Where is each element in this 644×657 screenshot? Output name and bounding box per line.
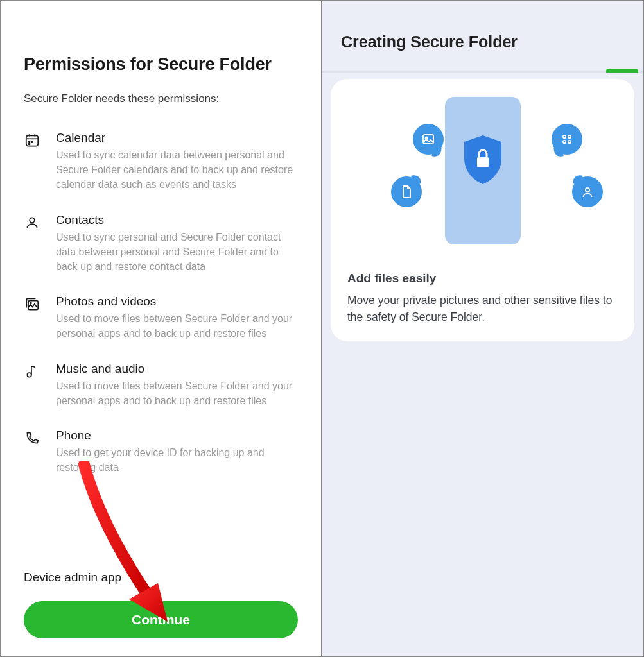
secure-folder-illustration	[345, 97, 620, 262]
permission-title: Contacts	[56, 213, 298, 227]
permission-desc: Used to get your device ID for backing u…	[56, 445, 298, 475]
svg-point-16	[568, 135, 571, 138]
user-bubble-icon	[572, 176, 603, 207]
creating-screen: Creating Secure Folder	[322, 1, 643, 656]
svg-point-18	[568, 141, 571, 143]
calendar-icon	[24, 131, 42, 151]
svg-point-9	[30, 302, 31, 303]
permission-title: Phone	[56, 429, 298, 443]
svg-point-6	[29, 143, 30, 144]
permission-calendar: Calendar Used to sync calendar data betw…	[24, 131, 298, 192]
svg-point-5	[31, 141, 33, 142]
permission-title: Music and audio	[56, 362, 298, 376]
image-bubble-icon	[413, 124, 444, 155]
permission-photos: Photos and videos Used to move files bet…	[24, 294, 298, 341]
permission-desc: Used to move files between Secure Folder…	[56, 311, 298, 341]
permissions-screen: Permissions for Secure Folder Secure Fol…	[1, 1, 322, 656]
svg-point-4	[29, 141, 30, 142]
permission-contacts: Contacts Used to sync personal and Secur…	[24, 213, 298, 275]
card-desc: Move your private pictures and other sen…	[347, 292, 618, 326]
section-device-admin: Device admin app	[24, 570, 298, 584]
apps-bubble-icon	[552, 124, 582, 155]
music-icon	[24, 362, 42, 382]
page-title: Permissions for Secure Folder	[24, 55, 298, 74]
svg-rect-13	[423, 135, 433, 144]
permission-title: Photos and videos	[56, 294, 298, 309]
page-title: Creating Secure Folder	[341, 33, 624, 51]
info-card: Add files easily Move your private pictu…	[331, 79, 634, 341]
svg-point-15	[563, 135, 566, 138]
svg-rect-12	[477, 157, 489, 167]
file-bubble-icon	[391, 176, 422, 207]
phone-icon	[24, 429, 42, 449]
contacts-icon	[24, 213, 42, 234]
permission-phone: Phone Used to get your device ID for bac…	[24, 429, 298, 475]
permission-title: Calendar	[56, 131, 298, 145]
permission-desc: Used to sync personal and Secure Folder …	[56, 230, 298, 275]
card-title: Add files easily	[347, 271, 620, 286]
intro-text: Secure Folder needs these permissions:	[24, 92, 298, 105]
continue-button[interactable]: Continue	[24, 601, 298, 638]
svg-point-19	[586, 188, 589, 192]
shield-lock-icon	[460, 134, 505, 185]
permission-list: Calendar Used to sync calendar data betw…	[24, 131, 298, 565]
progress-bar	[322, 71, 643, 73]
permission-desc: Used to sync calendar data between perso…	[56, 148, 298, 192]
svg-point-17	[563, 141, 566, 143]
photos-icon	[24, 294, 42, 315]
permission-music: Music and audio Used to move files betwe…	[24, 362, 298, 408]
svg-point-10	[27, 373, 31, 377]
svg-point-7	[30, 218, 35, 223]
permission-desc: Used to move files between Secure Folder…	[56, 379, 298, 408]
